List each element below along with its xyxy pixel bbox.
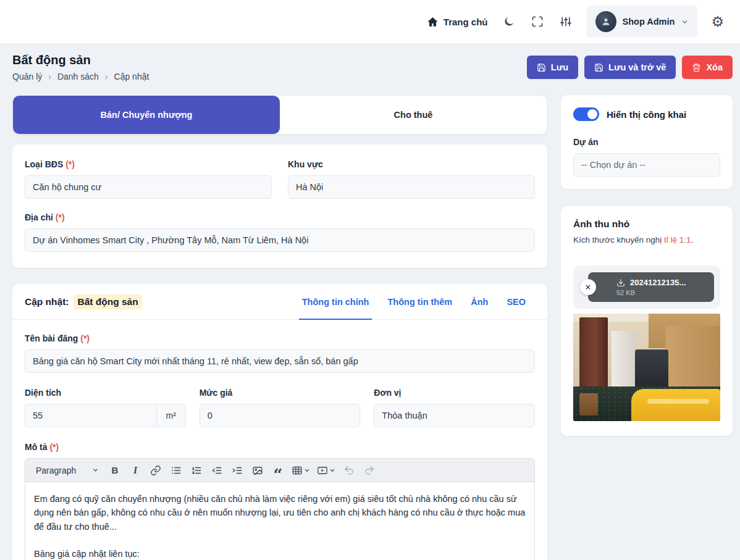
dark-mode-icon[interactable] [502, 14, 516, 29]
breadcrumb-current: Cập nhật [114, 72, 149, 81]
delete-button[interactable]: Xóa [682, 56, 733, 79]
save-icon [594, 63, 603, 72]
file-name: 20241212135... [630, 278, 686, 287]
update-card: Cập nhật: Bất động sản Thông tin chính T… [12, 284, 547, 560]
unit-select[interactable]: Thỏa thuận [374, 404, 535, 427]
tab-seo[interactable]: SEO [497, 284, 535, 319]
description-label: Mô tả (*) [25, 442, 535, 452]
update-heading: Cập nhật: Bất động sản [25, 284, 142, 319]
ratio-hint: tỉ lệ 1:1 [664, 235, 691, 244]
save-and-return-label: Lưu và trở về [608, 62, 666, 72]
price-label: Mức giá [200, 388, 361, 398]
update-heading-highlight: Bất động sản [74, 295, 141, 309]
thumbnail-image[interactable] [573, 314, 720, 421]
home-link[interactable]: Trang chủ [427, 16, 488, 28]
insert-table-icon[interactable] [290, 462, 312, 479]
increase-indent-icon[interactable] [229, 462, 246, 479]
description-paragraph: Bảng giá cập nhật liên tục: [34, 547, 526, 560]
tab-main-info[interactable]: Thông tin chính [293, 284, 379, 319]
paragraph-style-dropdown[interactable]: Paragraph [32, 462, 103, 479]
trash-icon [692, 63, 701, 72]
breadcrumb-list[interactable]: Danh sách [57, 72, 99, 81]
description-field-group: Mô tả (*) Paragraph B I [25, 442, 535, 560]
post-title-field-group: Tên bài đăng (*) [25, 333, 535, 373]
area-label: Diện tích [25, 388, 186, 398]
post-title-input[interactable] [25, 349, 535, 373]
photo-wrapped-furniture [635, 349, 668, 391]
save-and-return-button[interactable]: Lưu và trở về [584, 56, 676, 79]
undo-icon[interactable] [340, 462, 358, 479]
breadcrumb-manage[interactable]: Quản lý [12, 72, 42, 81]
page-header: Bất động sản Quản lý › Danh sách › Cập n… [12, 53, 733, 81]
description-editor-content[interactable]: Em đang có quỹ căn chuyển nhượng (nhiều … [25, 482, 534, 560]
home-link-label: Trang chủ [444, 17, 488, 27]
breadcrumb: Quản lý › Danh sách › Cập nhật [12, 72, 149, 81]
block-quote-icon[interactable]: “ [269, 462, 287, 479]
tab-images[interactable]: Ảnh [461, 284, 497, 319]
tab-extra-info[interactable]: Thông tin thêm [378, 284, 461, 319]
visibility-toggle[interactable] [573, 107, 599, 121]
breadcrumb-separator: › [105, 72, 108, 81]
region-label: Khu vực [288, 159, 535, 169]
project-label: Dự án [573, 137, 720, 147]
redo-icon[interactable] [361, 462, 378, 479]
breadcrumb-separator: › [48, 72, 51, 81]
bulleted-list-icon[interactable] [167, 462, 185, 479]
region-input[interactable] [288, 175, 535, 199]
top-navbar: Trang chủ Shop Admin ⚙ [0, 0, 740, 43]
address-input[interactable] [25, 228, 535, 252]
unit-label: Đơn vị [374, 388, 535, 398]
property-type-field-group: Loại BĐS (*) [25, 159, 272, 199]
italic-button[interactable]: I [127, 462, 144, 479]
description-paragraph: Em đang có quỹ căn chuyển nhượng (nhiều … [34, 492, 526, 533]
photo-yellow-bed [631, 389, 720, 421]
toggle-knob [587, 109, 597, 119]
insert-image-icon[interactable] [249, 462, 266, 479]
tab-sale[interactable]: Bán/ Chuyển nhượng [13, 96, 280, 134]
link-icon[interactable] [147, 462, 164, 479]
save-icon [537, 63, 546, 72]
sliders-icon[interactable] [558, 14, 573, 29]
decrease-indent-icon[interactable] [208, 462, 225, 479]
remove-file-button[interactable] [580, 279, 596, 295]
main-column: Bán/ Chuyển nhượng Cho thuê Loại BĐS (*)… [12, 95, 547, 560]
editor-toolbar: Paragraph B I [25, 459, 534, 482]
required-marker: (*) [49, 442, 59, 452]
bold-button[interactable]: B [106, 462, 124, 479]
basic-info-card: Loại BĐS (*) Khu vực Địa chỉ (*) [12, 144, 547, 268]
required-marker: (*) [56, 212, 65, 222]
post-title-label: Tên bài đăng (*) [25, 333, 535, 343]
user-menu[interactable]: Shop Admin [587, 6, 698, 38]
chevron-down-icon [681, 18, 689, 26]
page-content: Bất động sản Quản lý › Danh sách › Cập n… [0, 43, 740, 560]
title-block: Bất động sản Quản lý › Danh sách › Cập n… [12, 53, 149, 81]
photo-door [579, 317, 608, 395]
address-label: Địa chỉ (*) [25, 212, 535, 222]
required-marker: (*) [65, 159, 75, 169]
uploaded-file-box: 20241212135... 52 KB [573, 265, 720, 309]
page-title: Bất động sản [12, 53, 149, 67]
price-field-group: Mức giá [200, 388, 361, 427]
rich-text-editor: Paragraph B I [25, 458, 535, 560]
gear-icon[interactable]: ⚙ [711, 15, 724, 29]
unit-field-group: Đơn vị Thỏa thuận [374, 388, 535, 427]
update-heading-prefix: Cập nhật: [25, 296, 69, 307]
tab-rent[interactable]: Cho thuê [280, 96, 547, 134]
save-button-label: Lưu [551, 62, 568, 72]
project-select[interactable]: -- Chọn dự án -- [573, 153, 720, 177]
area-input[interactable] [25, 404, 156, 427]
property-type-input[interactable] [25, 175, 272, 199]
file-info: 20241212135... 52 KB [616, 278, 686, 296]
address-field-group: Địa chỉ (*) [25, 212, 535, 252]
fullscreen-icon[interactable] [530, 14, 545, 29]
insert-media-icon[interactable] [315, 462, 337, 479]
numbered-list-icon[interactable] [188, 462, 205, 479]
visibility-label: Hiển thị công khai [607, 109, 686, 120]
update-card-header: Cập nhật: Bất động sản Thông tin chính T… [12, 284, 547, 320]
save-button[interactable]: Lưu [527, 56, 578, 79]
photo-bed-fold [647, 399, 709, 404]
price-input[interactable] [200, 404, 361, 427]
delete-button-label: Xóa [706, 62, 723, 72]
uploaded-file-chip[interactable]: 20241212135... 52 KB [588, 272, 714, 302]
property-type-label: Loại BĐS (*) [25, 159, 272, 169]
